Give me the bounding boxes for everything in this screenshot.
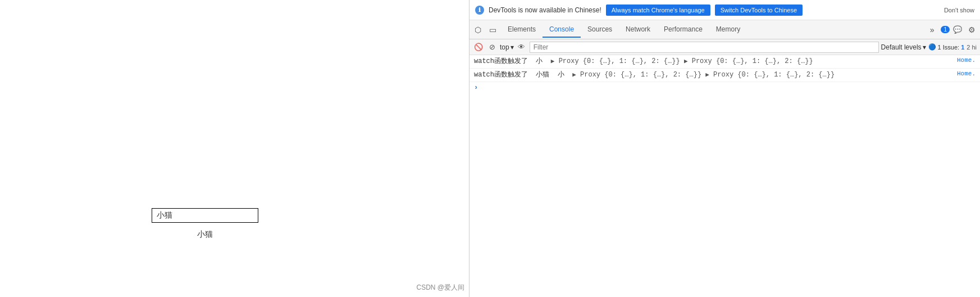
tab-sources[interactable]: Sources	[581, 22, 619, 38]
console-badge: 1	[941, 26, 950, 33]
filter-input[interactable]	[530, 42, 879, 53]
tabs-bar: ⬡ ▭ Elements Console Sources Network Per…	[470, 20, 980, 39]
device-toolbar-button[interactable]: ▭	[486, 24, 499, 36]
tabs-list: Elements Console Sources Network Perform…	[501, 22, 927, 38]
prompt-arrow: ›	[474, 84, 478, 92]
switch-chinese-button[interactable]: Switch DevTools to Chinese	[715, 4, 803, 16]
tab-performance[interactable]: Performance	[657, 22, 709, 38]
issues-badge: 🔵 1 Issue: 1	[928, 43, 965, 51]
console-row-source-1[interactable]: Home.	[952, 57, 976, 64]
watermark-text: CSDN @爱人间	[416, 283, 464, 292]
hidden-count: 2 hi	[967, 44, 977, 51]
stop-button[interactable]: ⊘	[486, 42, 498, 53]
console-row-content-1: watch函数触发了 小 ▶ Proxy {0: {…}, 1: {…}, 2:…	[474, 57, 952, 66]
issues-count: 1	[961, 44, 964, 51]
message-icon: 💬	[953, 25, 962, 34]
tab-console[interactable]: Console	[543, 22, 581, 38]
input-container: 小猫	[152, 208, 258, 240]
main-input[interactable]	[152, 208, 258, 223]
inspect-element-button[interactable]: ⬡	[472, 24, 484, 36]
context-label: top	[500, 43, 509, 51]
console-toolbar: 🚫 ⊘ top ▾ 👁 Default levels ▾ 🔵 1 Issue: …	[470, 39, 980, 55]
tab-elements[interactable]: Elements	[501, 22, 543, 38]
notification-message: DevTools is now available in Chinese!	[489, 6, 601, 14]
console-prompt-row[interactable]: ›	[470, 82, 980, 93]
notification-bar: ℹ DevTools is now available in Chinese! …	[470, 0, 980, 20]
more-tabs-button[interactable]: »	[927, 23, 938, 37]
clear-console-button[interactable]: 🚫	[473, 42, 484, 53]
match-language-button[interactable]: Always match Chrome's language	[606, 4, 710, 16]
settings-button[interactable]: ⚙	[965, 24, 978, 36]
console-row: watch函数触发了 小猫 小 ▶ Proxy {0: {…}, 1: {…},…	[470, 69, 980, 82]
console-row: watch函数触发了 小 ▶ Proxy {0: {…}, 1: {…}, 2:…	[470, 55, 980, 69]
issues-icon: 🔵	[928, 43, 936, 51]
page-content: 小猫 CSDN @爱人间	[0, 0, 469, 297]
default-levels-label: Default levels	[881, 43, 922, 51]
devtools-panel: ℹ DevTools is now available in Chinese! …	[469, 0, 980, 297]
tab-icons-left: ⬡ ▭	[472, 24, 499, 36]
console-row-content-2: watch函数触发了 小猫 小 ▶ Proxy {0: {…}, 1: {…},…	[474, 70, 952, 80]
console-output: watch函数触发了 小 ▶ Proxy {0: {…}, 1: {…}, 2:…	[470, 55, 980, 297]
levels-dropdown-arrow: ▾	[923, 43, 926, 51]
issues-label: 1 Issue:	[938, 44, 960, 51]
dont-show-button[interactable]: Don't show	[944, 7, 974, 14]
tab-network[interactable]: Network	[619, 22, 657, 38]
context-selector[interactable]: top ▾	[500, 43, 514, 51]
tabs-right: » 1 💬 ⚙	[927, 23, 978, 37]
tab-memory[interactable]: Memory	[709, 22, 747, 38]
info-icon: ℹ	[475, 6, 484, 15]
console-row-source-2[interactable]: Home.	[952, 70, 976, 77]
default-levels-button[interactable]: Default levels ▾	[881, 43, 926, 51]
live-expressions-button[interactable]: 👁	[516, 42, 527, 53]
input-label: 小猫	[152, 230, 258, 240]
context-dropdown-arrow: ▾	[510, 43, 514, 51]
